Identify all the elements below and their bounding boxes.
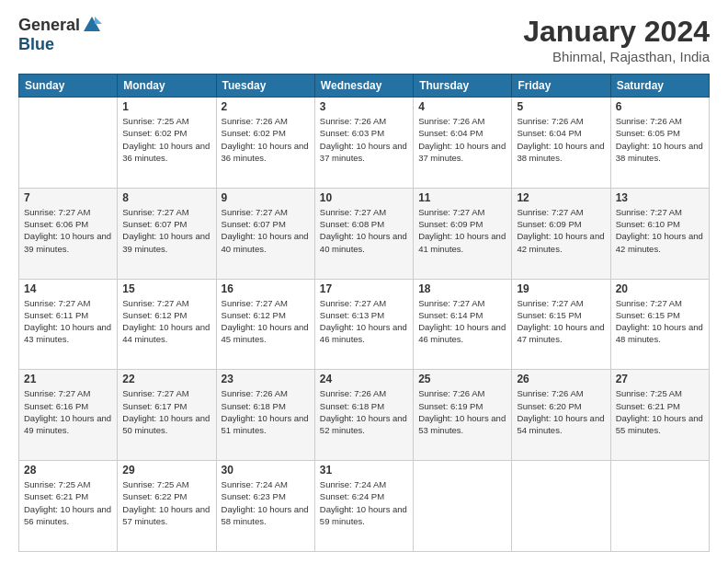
day-number: 27 xyxy=(616,373,704,385)
day-cell: 27 Sunrise: 7:25 AMSunset: 6:21 PMDaylig… xyxy=(610,370,709,461)
day-cell: 2 Sunrise: 7:26 AMSunset: 6:02 PMDayligh… xyxy=(216,98,314,189)
day-info: Sunrise: 7:26 AMSunset: 6:02 PMDaylight:… xyxy=(222,115,310,164)
day-cell xyxy=(414,461,512,552)
day-info: Sunrise: 7:26 AMSunset: 6:03 PMDaylight:… xyxy=(320,115,408,164)
day-cell: 7 Sunrise: 7:27 AMSunset: 6:06 PMDayligh… xyxy=(19,188,118,279)
col-monday: Monday xyxy=(118,75,216,98)
day-info: Sunrise: 7:25 AMSunset: 6:21 PMDaylight:… xyxy=(616,387,704,436)
day-cell: 13 Sunrise: 7:27 AMSunset: 6:10 PMDaylig… xyxy=(610,188,709,279)
day-number: 16 xyxy=(222,282,310,295)
day-cell: 3 Sunrise: 7:26 AMSunset: 6:03 PMDayligh… xyxy=(314,98,413,189)
col-saturday: Saturday xyxy=(610,75,709,98)
day-cell: 1 Sunrise: 7:25 AMSunset: 6:02 PMDayligh… xyxy=(118,98,216,189)
day-number: 17 xyxy=(320,282,408,295)
col-tuesday: Tuesday xyxy=(216,75,314,98)
header: General Blue January 2024 Bhinmal, Rajas… xyxy=(18,15,710,64)
day-cell xyxy=(19,98,118,189)
day-number: 18 xyxy=(418,282,506,295)
week-row-4: 21 Sunrise: 7:27 AMSunset: 6:16 PMDaylig… xyxy=(19,370,710,461)
day-number: 20 xyxy=(616,282,704,295)
day-info: Sunrise: 7:27 AMSunset: 6:07 PMDaylight:… xyxy=(222,206,310,255)
logo-blue-text: Blue xyxy=(18,35,54,54)
day-info: Sunrise: 7:25 AMSunset: 6:02 PMDaylight:… xyxy=(122,115,210,164)
day-number: 4 xyxy=(418,100,506,113)
day-cell: 23 Sunrise: 7:26 AMSunset: 6:18 PMDaylig… xyxy=(216,370,314,461)
day-info: Sunrise: 7:27 AMSunset: 6:12 PMDaylight:… xyxy=(222,297,310,346)
day-number: 5 xyxy=(517,100,605,113)
day-number: 28 xyxy=(24,464,112,477)
day-info: Sunrise: 7:26 AMSunset: 6:20 PMDaylight:… xyxy=(517,387,605,436)
day-cell: 17 Sunrise: 7:27 AMSunset: 6:13 PMDaylig… xyxy=(314,279,413,370)
subtitle: Bhinmal, Rajasthan, India xyxy=(523,49,710,64)
day-info: Sunrise: 7:26 AMSunset: 6:04 PMDaylight:… xyxy=(517,115,605,164)
day-cell: 8 Sunrise: 7:27 AMSunset: 6:07 PMDayligh… xyxy=(118,188,216,279)
day-info: Sunrise: 7:24 AMSunset: 6:23 PMDaylight:… xyxy=(222,478,310,527)
svg-marker-1 xyxy=(95,17,102,24)
calendar-page: General Blue January 2024 Bhinmal, Rajas… xyxy=(0,0,728,563)
day-info: Sunrise: 7:26 AMSunset: 6:05 PMDaylight:… xyxy=(616,115,704,164)
day-cell: 29 Sunrise: 7:25 AMSunset: 6:22 PMDaylig… xyxy=(118,461,216,552)
day-info: Sunrise: 7:27 AMSunset: 6:15 PMDaylight:… xyxy=(616,297,704,346)
day-number: 23 xyxy=(222,373,310,385)
day-cell: 4 Sunrise: 7:26 AMSunset: 6:04 PMDayligh… xyxy=(414,98,512,189)
day-cell: 16 Sunrise: 7:27 AMSunset: 6:12 PMDaylig… xyxy=(216,279,314,370)
day-info: Sunrise: 7:27 AMSunset: 6:11 PMDaylight:… xyxy=(24,297,112,346)
day-number: 12 xyxy=(517,191,605,204)
col-thursday: Thursday xyxy=(414,75,512,98)
day-cell: 21 Sunrise: 7:27 AMSunset: 6:16 PMDaylig… xyxy=(19,370,118,461)
day-number: 8 xyxy=(122,191,210,204)
day-number: 9 xyxy=(222,191,310,204)
day-number: 14 xyxy=(24,282,112,295)
day-number: 30 xyxy=(222,464,310,477)
day-info: Sunrise: 7:27 AMSunset: 6:14 PMDaylight:… xyxy=(418,297,506,346)
day-info: Sunrise: 7:26 AMSunset: 6:18 PMDaylight:… xyxy=(222,387,310,436)
day-number: 31 xyxy=(320,464,408,477)
day-number: 3 xyxy=(320,100,408,113)
day-cell: 9 Sunrise: 7:27 AMSunset: 6:07 PMDayligh… xyxy=(216,188,314,279)
day-cell: 20 Sunrise: 7:27 AMSunset: 6:15 PMDaylig… xyxy=(610,279,709,370)
day-info: Sunrise: 7:27 AMSunset: 6:12 PMDaylight:… xyxy=(122,297,210,346)
week-row-1: 1 Sunrise: 7:25 AMSunset: 6:02 PMDayligh… xyxy=(19,98,710,189)
day-cell: 5 Sunrise: 7:26 AMSunset: 6:04 PMDayligh… xyxy=(512,98,610,189)
day-info: Sunrise: 7:27 AMSunset: 6:15 PMDaylight:… xyxy=(517,297,605,346)
logo-icon xyxy=(82,15,102,35)
day-cell: 10 Sunrise: 7:27 AMSunset: 6:08 PMDaylig… xyxy=(314,188,413,279)
day-cell: 15 Sunrise: 7:27 AMSunset: 6:12 PMDaylig… xyxy=(118,279,216,370)
main-title: January 2024 xyxy=(523,15,710,49)
day-info: Sunrise: 7:27 AMSunset: 6:13 PMDaylight:… xyxy=(320,297,408,346)
logo: General Blue xyxy=(18,15,102,54)
col-wednesday: Wednesday xyxy=(314,75,413,98)
day-number: 29 xyxy=(122,464,210,477)
day-info: Sunrise: 7:27 AMSunset: 6:06 PMDaylight:… xyxy=(24,206,112,255)
logo-general-text: General xyxy=(18,16,80,35)
day-number: 21 xyxy=(24,373,112,385)
day-number: 2 xyxy=(222,100,310,113)
day-info: Sunrise: 7:27 AMSunset: 6:09 PMDaylight:… xyxy=(517,206,605,255)
day-number: 24 xyxy=(320,373,408,385)
week-row-5: 28 Sunrise: 7:25 AMSunset: 6:21 PMDaylig… xyxy=(19,461,710,552)
day-number: 13 xyxy=(616,191,704,204)
day-cell: 6 Sunrise: 7:26 AMSunset: 6:05 PMDayligh… xyxy=(610,98,709,189)
day-cell: 11 Sunrise: 7:27 AMSunset: 6:09 PMDaylig… xyxy=(414,188,512,279)
day-number: 19 xyxy=(517,282,605,295)
week-row-3: 14 Sunrise: 7:27 AMSunset: 6:11 PMDaylig… xyxy=(19,279,710,370)
day-number: 11 xyxy=(418,191,506,204)
day-cell: 22 Sunrise: 7:27 AMSunset: 6:17 PMDaylig… xyxy=(118,370,216,461)
day-number: 15 xyxy=(122,282,210,295)
day-number: 10 xyxy=(320,191,408,204)
day-info: Sunrise: 7:27 AMSunset: 6:08 PMDaylight:… xyxy=(320,206,408,255)
day-cell xyxy=(610,461,709,552)
day-info: Sunrise: 7:24 AMSunset: 6:24 PMDaylight:… xyxy=(320,478,408,527)
calendar-table: Sunday Monday Tuesday Wednesday Thursday… xyxy=(18,74,710,552)
day-number: 22 xyxy=(122,373,210,385)
day-cell: 25 Sunrise: 7:26 AMSunset: 6:19 PMDaylig… xyxy=(414,370,512,461)
col-sunday: Sunday xyxy=(19,75,118,98)
day-cell: 28 Sunrise: 7:25 AMSunset: 6:21 PMDaylig… xyxy=(19,461,118,552)
day-cell: 14 Sunrise: 7:27 AMSunset: 6:11 PMDaylig… xyxy=(19,279,118,370)
day-info: Sunrise: 7:27 AMSunset: 6:17 PMDaylight:… xyxy=(122,387,210,436)
day-info: Sunrise: 7:25 AMSunset: 6:21 PMDaylight:… xyxy=(24,478,112,527)
day-cell: 12 Sunrise: 7:27 AMSunset: 6:09 PMDaylig… xyxy=(512,188,610,279)
title-area: January 2024 Bhinmal, Rajasthan, India xyxy=(523,15,710,64)
day-info: Sunrise: 7:26 AMSunset: 6:18 PMDaylight:… xyxy=(320,387,408,436)
day-cell: 24 Sunrise: 7:26 AMSunset: 6:18 PMDaylig… xyxy=(314,370,413,461)
